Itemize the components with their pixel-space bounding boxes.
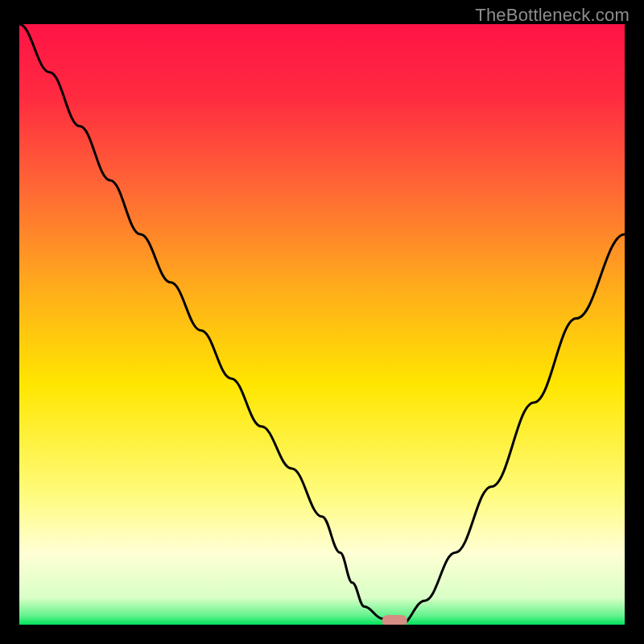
optimum-marker <box>382 616 407 625</box>
watermark-text: TheBottleneck.com <box>475 5 630 26</box>
gradient-background <box>19 24 625 625</box>
chart-svg <box>19 24 625 625</box>
plot-area <box>19 24 625 625</box>
chart-frame: TheBottleneck.com <box>0 0 644 644</box>
